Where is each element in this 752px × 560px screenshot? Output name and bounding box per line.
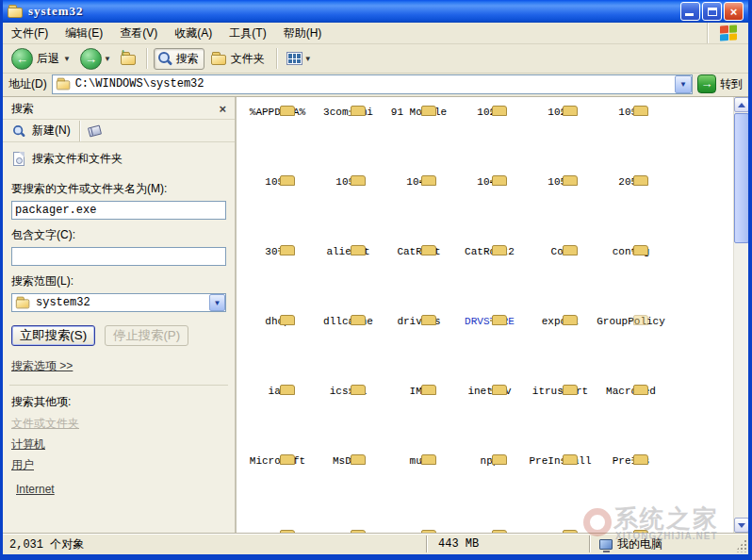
folder-item[interactable]: aliedit bbox=[313, 242, 384, 312]
menu-item[interactable]: 帮助(H) bbox=[275, 23, 331, 43]
folder-item-partial[interactable] bbox=[596, 527, 666, 533]
folder-name: %APPDATA% bbox=[242, 107, 313, 118]
folder-item-partial[interactable] bbox=[242, 527, 313, 533]
folder-name: IME bbox=[384, 386, 454, 397]
back-button[interactable]: ← 后退 ▼ bbox=[8, 46, 74, 72]
folder-item-partial[interactable] bbox=[384, 527, 454, 533]
folder-item-partial[interactable] bbox=[525, 527, 596, 533]
up-button[interactable]: ↑ bbox=[118, 50, 139, 67]
go-button[interactable]: → 转到 bbox=[697, 74, 744, 93]
folder-item[interactable]: config bbox=[596, 242, 666, 312]
folder-item[interactable]: 91 Mobile bbox=[384, 103, 454, 173]
name-field-input[interactable] bbox=[11, 201, 226, 220]
search-options-link[interactable]: 搜索选项 >> bbox=[11, 358, 73, 374]
search-toggle-button[interactable]: 搜索 bbox=[154, 48, 204, 70]
search-scope-select[interactable]: system32 ▼ bbox=[11, 293, 226, 312]
folder-item[interactable]: 1041 bbox=[384, 173, 454, 242]
folder-item[interactable]: 3com_dmi bbox=[313, 103, 384, 173]
back-dropdown-icon[interactable]: ▼ bbox=[63, 55, 71, 63]
scroll-down-button[interactable] bbox=[734, 518, 748, 533]
search-files-icon bbox=[13, 152, 25, 166]
forward-dropdown-icon[interactable]: ▼ bbox=[104, 55, 111, 63]
resize-grip[interactable] bbox=[735, 536, 748, 552]
vertical-scrollbar[interactable] bbox=[733, 97, 748, 533]
folder-name: Macromed bbox=[596, 386, 666, 397]
other-search-link[interactable]: 计算机 bbox=[11, 436, 226, 453]
folder-item[interactable]: DRVSTORE bbox=[454, 312, 525, 382]
folder-item[interactable]: CatRoot2 bbox=[454, 242, 525, 312]
menu-item[interactable]: 工具(T) bbox=[221, 23, 274, 43]
folder-item[interactable]: Com bbox=[525, 242, 596, 312]
folder-item[interactable]: dhcp bbox=[242, 312, 313, 382]
folder-name: export bbox=[525, 316, 596, 327]
search-pane-close-icon[interactable]: × bbox=[219, 103, 226, 116]
folder-item[interactable]: PreInstall bbox=[525, 452, 596, 521]
folder-item[interactable]: drivers bbox=[384, 312, 454, 382]
folder-item[interactable]: 1037 bbox=[313, 173, 384, 242]
other-search-link[interactable]: 用户 bbox=[11, 457, 226, 473]
folder-item[interactable]: GroupPolicy bbox=[596, 312, 666, 382]
search-now-button[interactable]: 立即搜索(S) bbox=[11, 325, 95, 346]
other-search-link[interactable]: 文件或文件夹 bbox=[11, 416, 226, 432]
folder-item[interactable]: 1054 bbox=[525, 173, 596, 242]
folder-item[interactable]: ias bbox=[242, 382, 313, 452]
folder-item-partial[interactable] bbox=[313, 527, 384, 533]
scrollbar-thumb[interactable] bbox=[734, 113, 748, 243]
scope-dropdown-button[interactable]: ▼ bbox=[209, 294, 225, 311]
folder-item[interactable]: itruscert bbox=[525, 382, 596, 452]
other-search-link[interactable]: Internet bbox=[11, 483, 226, 496]
folder-item[interactable]: 2052 bbox=[596, 173, 666, 242]
folder-item[interactable]: PreIns bbox=[596, 452, 666, 521]
help-book-icon[interactable] bbox=[88, 124, 102, 137]
status-size: 443 MB bbox=[427, 537, 589, 551]
address-combo[interactable]: ▼ bbox=[52, 74, 693, 94]
folder-item[interactable]: Macromed bbox=[596, 382, 666, 452]
forward-button[interactable]: → ▼ bbox=[77, 46, 114, 72]
folder-name: 3com_dmi bbox=[313, 107, 384, 118]
folder-item[interactable]: Microsoft bbox=[242, 452, 313, 521]
scope-field-label: 搜索范围(L): bbox=[11, 273, 226, 289]
folder-item[interactable]: mui bbox=[384, 452, 454, 521]
menu-item[interactable]: 编辑(E) bbox=[57, 23, 111, 43]
folder-item[interactable]: 1031 bbox=[596, 103, 666, 173]
menu-item[interactable]: 收藏(A) bbox=[166, 23, 221, 43]
folder-item[interactable]: MsDtc bbox=[313, 452, 384, 521]
folder-item[interactable]: %APPDATA% bbox=[242, 103, 313, 173]
folder-item[interactable]: 1042 bbox=[454, 173, 525, 242]
status-object-count: 2,031 个对象 bbox=[3, 536, 426, 552]
forward-icon: → bbox=[80, 48, 102, 70]
address-dropdown-button[interactable]: ▼ bbox=[675, 75, 692, 93]
close-icon: × bbox=[725, 4, 743, 20]
folder-item[interactable]: CatRoot bbox=[384, 242, 454, 312]
title-bar[interactable]: system32 × bbox=[3, 0, 748, 23]
folder-item-partial[interactable] bbox=[454, 527, 525, 533]
status-bar: 2,031 个对象 443 MB 我的电脑 bbox=[3, 533, 748, 554]
scroll-up-button[interactable] bbox=[734, 97, 748, 112]
folder-item[interactable]: export bbox=[525, 312, 596, 382]
contains-field-input[interactable] bbox=[11, 247, 226, 266]
folder-name: 91 Mobile bbox=[384, 107, 454, 118]
folder-item[interactable]: 1033 bbox=[242, 173, 313, 242]
folder-name: dllcache bbox=[313, 316, 384, 327]
folders-toggle-button[interactable]: 文件夹 bbox=[208, 49, 270, 69]
new-search-button[interactable]: 新建(N) bbox=[32, 123, 71, 139]
folder-item[interactable]: 1028 bbox=[525, 103, 596, 173]
address-input[interactable] bbox=[72, 76, 675, 92]
close-button[interactable]: × bbox=[724, 2, 744, 21]
folder-item[interactable]: dllcache bbox=[313, 312, 384, 382]
minimize-button[interactable] bbox=[680, 2, 700, 21]
maximize-button[interactable] bbox=[702, 2, 722, 21]
folder-item[interactable]: 1025 bbox=[454, 103, 525, 173]
folder-item[interactable]: 3076 bbox=[242, 242, 313, 312]
views-button[interactable]: ▼ bbox=[284, 50, 315, 67]
menu-item[interactable]: 查看(V) bbox=[111, 23, 166, 43]
folder-item[interactable]: npp bbox=[454, 452, 525, 521]
folder-item[interactable]: icsxml bbox=[313, 382, 384, 452]
menu-item[interactable]: 文件(F) bbox=[3, 23, 57, 43]
folder-item[interactable]: inetsrv bbox=[454, 382, 525, 452]
folder-item[interactable]: IME bbox=[384, 382, 454, 452]
folder-name: drivers bbox=[384, 316, 454, 327]
toolbar: ← 后退 ▼ → ▼ ↑ 搜索 文件夹 ▼ bbox=[3, 44, 748, 74]
folder-name: 1025 bbox=[454, 107, 525, 118]
status-location: 我的电脑 bbox=[617, 536, 662, 552]
